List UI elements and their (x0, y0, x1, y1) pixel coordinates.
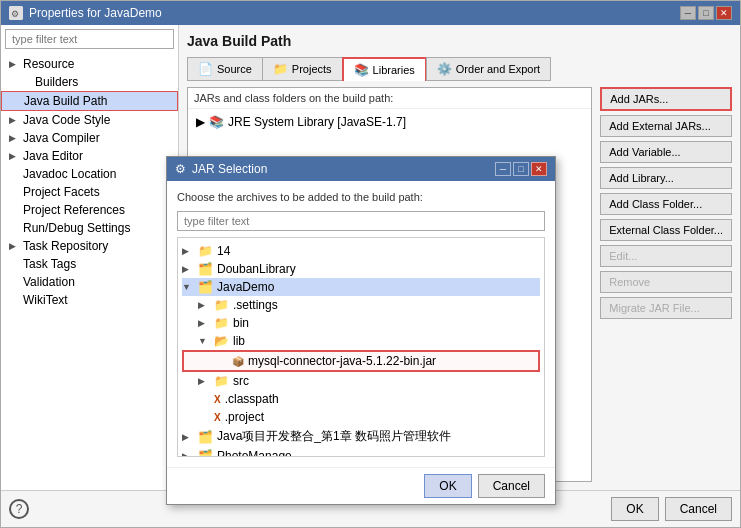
tree-label-jpc1: Java项目开发整合_第1章 数码照片管理软件 (217, 428, 451, 445)
tab-libraries[interactable]: 📚 Libraries (342, 57, 427, 81)
tree-arrow-javademo: ▼ (182, 282, 194, 292)
jar-selection-dialog: ⚙ JAR Selection ─ □ ✕ Choose the archive… (166, 156, 556, 505)
minimize-button[interactable]: ─ (680, 6, 696, 20)
tab-order-export[interactable]: ⚙️ Order and Export (426, 57, 551, 81)
sidebar-label-task-tags: Task Tags (23, 257, 76, 271)
tab-projects-label: Projects (292, 63, 332, 75)
filter-input[interactable] (5, 29, 174, 49)
sidebar-item-run-debug[interactable]: Run/Debug Settings (1, 219, 178, 237)
folder-icon-lib: 📂 (214, 334, 229, 348)
sidebar-item-java-code-style[interactable]: ▶ Java Code Style (1, 111, 178, 129)
sidebar-item-task-tags[interactable]: Task Tags (1, 255, 178, 273)
sidebar-item-resource[interactable]: ▶ Resource (1, 55, 178, 73)
tree-label-settings: .settings (233, 298, 278, 312)
tab-projects[interactable]: 📁 Projects (262, 57, 343, 81)
dialog-icon: ⚙ (175, 162, 186, 176)
tree-arrow-lib: ▼ (198, 336, 210, 346)
tree-item-14[interactable]: ▶ 📁 14 (182, 242, 540, 260)
dialog-bottom-bar: OK Cancel (167, 467, 555, 504)
tree-label-doubanlibrary: DoubanLibrary (217, 262, 296, 276)
sidebar: ▶ Resource Builders Java Build Path ▶ Ja… (1, 25, 179, 490)
ok-button[interactable]: OK (611, 497, 658, 521)
xml-icon-project: X (214, 412, 221, 423)
cancel-button[interactable]: Cancel (665, 497, 732, 521)
maximize-button[interactable]: □ (698, 6, 714, 20)
jre-item[interactable]: ▶ 📚 JRE System Library [JavaSE-1.7] (192, 113, 587, 131)
tree-arrow-14: ▶ (182, 246, 194, 256)
sidebar-item-project-references[interactable]: Project References (1, 201, 178, 219)
jre-label: JRE System Library [JavaSE-1.7] (228, 115, 406, 129)
tab-source[interactable]: 📄 Source (187, 57, 263, 81)
sidebar-item-builders[interactable]: Builders (1, 73, 178, 91)
tree-label-mysql: mysql-connector-java-5.1.22-bin.jar (248, 354, 436, 368)
sidebar-label-javadoc-location: Javadoc Location (23, 167, 116, 181)
sidebar-label-resource: Resource (23, 57, 74, 71)
tree-item-project[interactable]: X .project (182, 408, 540, 426)
tree-label-lib: lib (233, 334, 245, 348)
dialog-ok-button[interactable]: OK (424, 474, 471, 498)
dialog-tree: ▶ 📁 14 ▶ 🗂️ DoubanLibrary ▼ 🗂️ JavaDemo (177, 237, 545, 457)
sidebar-item-validation[interactable]: Validation (1, 273, 178, 291)
section-title: Java Build Path (187, 33, 732, 49)
tree-item-doubanlibrary[interactable]: ▶ 🗂️ DoubanLibrary (182, 260, 540, 278)
remove-button[interactable]: Remove (600, 271, 732, 293)
add-class-folder-button[interactable]: Add Class Folder... (600, 193, 732, 215)
sidebar-tree: ▶ Resource Builders Java Build Path ▶ Ja… (1, 53, 178, 490)
help-icon[interactable]: ? (9, 499, 29, 519)
tree-item-mysql-jar[interactable]: 📦 mysql-connector-java-5.1.22-bin.jar (182, 350, 540, 372)
migrate-jar-button[interactable]: Migrate JAR File... (600, 297, 732, 319)
svg-text:⚙: ⚙ (11, 9, 19, 19)
tree-arrow-bin: ▶ (198, 318, 210, 328)
sidebar-label-run-debug: Run/Debug Settings (23, 221, 130, 235)
sidebar-item-java-editor[interactable]: ▶ Java Editor (1, 147, 178, 165)
close-button[interactable]: ✕ (716, 6, 732, 20)
tree-item-lib[interactable]: ▼ 📂 lib (182, 332, 540, 350)
xml-icon-classpath: X (214, 394, 221, 405)
sidebar-item-task-repository[interactable]: ▶ Task Repository (1, 237, 178, 255)
libraries-icon: 📚 (354, 63, 369, 77)
tab-source-label: Source (217, 63, 252, 75)
folder-icon-bin: 📁 (214, 316, 229, 330)
dialog-cancel-button[interactable]: Cancel (478, 474, 545, 498)
tree-item-src[interactable]: ▶ 📁 src (182, 372, 540, 390)
tree-item-classpath[interactable]: X .classpath (182, 390, 540, 408)
tree-arrow-pm: ▶ (182, 451, 194, 457)
add-jars-button[interactable]: Add JARs... (600, 87, 732, 111)
jre-arrow: ▶ (196, 115, 205, 129)
sidebar-label-java-editor: Java Editor (23, 149, 83, 163)
sidebar-label-java-code-style: Java Code Style (23, 113, 110, 127)
dialog-minimize-button[interactable]: ─ (495, 162, 511, 176)
arrow-je: ▶ (9, 151, 19, 161)
source-icon: 📄 (198, 62, 213, 76)
dialog-description: Choose the archives to be added to the b… (177, 191, 545, 203)
tree-item-java-project-ch1[interactable]: ▶ 🗂️ Java项目开发整合_第1章 数码照片管理软件 (182, 426, 540, 447)
sidebar-label-validation: Validation (23, 275, 75, 289)
sidebar-item-wikitext[interactable]: WikiText (1, 291, 178, 309)
tree-item-settings[interactable]: ▶ 📁 .settings (182, 296, 540, 314)
add-variable-button[interactable]: Add Variable... (600, 141, 732, 163)
dialog-filter-input[interactable] (177, 211, 545, 231)
sidebar-item-java-build-path[interactable]: Java Build Path (1, 91, 178, 111)
dialog-close-button[interactable]: ✕ (531, 162, 547, 176)
tree-item-javademo[interactable]: ▼ 🗂️ JavaDemo (182, 278, 540, 296)
external-class-folder-button[interactable]: External Class Folder... (600, 219, 732, 241)
tree-item-photomanage[interactable]: ▶ 🗂️ PhotoManage (182, 447, 540, 457)
tree-label-14: 14 (217, 244, 230, 258)
sidebar-item-javadoc-location[interactable]: Javadoc Location (1, 165, 178, 183)
add-library-button[interactable]: Add Library... (600, 167, 732, 189)
project-icon-pm: 🗂️ (198, 449, 213, 457)
tree-item-bin[interactable]: ▶ 📁 bin (182, 314, 540, 332)
edit-button[interactable]: Edit... (600, 245, 732, 267)
tabs-bar: 📄 Source 📁 Projects 📚 Libraries ⚙️ Order… (187, 57, 732, 81)
tree-label-javademo: JavaDemo (217, 280, 274, 294)
arrow-resource: ▶ (9, 59, 19, 69)
add-external-jars-button[interactable]: Add External JARs... (600, 115, 732, 137)
sidebar-label-java-build-path: Java Build Path (24, 94, 107, 108)
sidebar-item-java-compiler[interactable]: ▶ Java Compiler (1, 129, 178, 147)
tree-arrow-src: ▶ (198, 376, 210, 386)
dialog-content: Choose the archives to be added to the b… (167, 181, 555, 467)
tree-arrow-settings: ▶ (198, 300, 210, 310)
sidebar-item-project-facets[interactable]: Project Facets (1, 183, 178, 201)
dialog-maximize-button[interactable]: □ (513, 162, 529, 176)
sidebar-label-project-facets: Project Facets (23, 185, 100, 199)
